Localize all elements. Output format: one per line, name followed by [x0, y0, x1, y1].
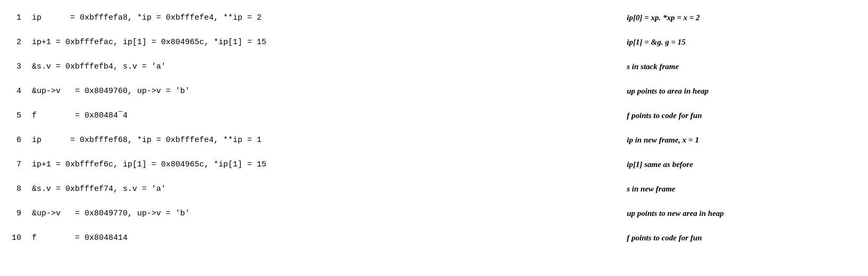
- code-content: ip+1 = 0xbfffef6c, ip[1] = 0x804965c, *i…: [32, 152, 627, 177]
- code-content: &s.v = 0xbfffef74, s.v = 'a': [32, 177, 627, 201]
- line-number: 2: [11, 30, 32, 54]
- code-content: ip = 0xbfffefa8, *ip = 0xbfffefe4, **ip …: [32, 5, 627, 30]
- line-number: 6: [11, 128, 32, 152]
- line-number: 8: [11, 177, 32, 201]
- table-row: 6ip = 0xbfffef68, *ip = 0xbfffefe4, **ip…: [11, 128, 857, 152]
- code-content: &up->v = 0x8049760, up->v = 'b': [32, 79, 627, 103]
- line-number: 1: [11, 5, 32, 30]
- code-comment: ip in new frame, x = 1: [627, 128, 857, 152]
- code-content: ip+1 = 0xbfffefac, ip[1] = 0x804965c, *i…: [32, 30, 627, 54]
- code-content: f = 0x8048414: [32, 225, 627, 250]
- table-row: 1ip = 0xbfffefa8, *ip = 0xbfffefe4, **ip…: [11, 5, 857, 30]
- table-row: 8&s.v = 0xbfffef74, s.v = 'a's in new fr…: [11, 177, 857, 201]
- line-number: 5: [11, 103, 32, 128]
- line-number: 9: [11, 201, 32, 225]
- table-row: 2ip+1 = 0xbfffefac, ip[1] = 0x804965c, *…: [11, 30, 857, 54]
- code-comment: f points to code for fun: [627, 225, 857, 250]
- code-content: &up->v = 0x8049770, up->v = 'b': [32, 201, 627, 225]
- table-row: 4&up->v = 0x8049760, up->v = 'b'up point…: [11, 79, 857, 103]
- code-comment: ip[1] = &g. g = 15: [627, 30, 857, 54]
- code-comment: s in stack frame: [627, 54, 857, 79]
- line-number: 4: [11, 79, 32, 103]
- line-number: 3: [11, 54, 32, 79]
- code-comment: s in new frame: [627, 177, 857, 201]
- code-content: f = 0x80484¯4: [32, 103, 627, 128]
- line-number: 7: [11, 152, 32, 177]
- table-row: 10f = 0x8048414f points to code for fun: [11, 225, 857, 250]
- table-row: 7ip+1 = 0xbfffef6c, ip[1] = 0x804965c, *…: [11, 152, 857, 177]
- table-row: 9&up->v = 0x8049770, up->v = 'b'up point…: [11, 201, 857, 225]
- code-comment: ip[0] = xp. *xp = x = 2: [627, 5, 857, 30]
- table-row: 3&s.v = 0xbfffefb4, s.v = 'a's in stack …: [11, 54, 857, 79]
- code-comment: f points to code for fun: [627, 103, 857, 128]
- code-content: &s.v = 0xbfffefb4, s.v = 'a': [32, 54, 627, 79]
- code-content: ip = 0xbfffef68, *ip = 0xbfffefe4, **ip …: [32, 128, 627, 152]
- code-comment: up points to area in heap: [627, 79, 857, 103]
- line-number: 10: [11, 225, 32, 250]
- code-comment: ip[1] same as before: [627, 152, 857, 177]
- table-row: 5f = 0x80484¯4f points to code for fun: [11, 103, 857, 128]
- code-table: 1ip = 0xbfffefa8, *ip = 0xbfffefe4, **ip…: [11, 5, 857, 250]
- code-comment: up points to new area in heap: [627, 201, 857, 225]
